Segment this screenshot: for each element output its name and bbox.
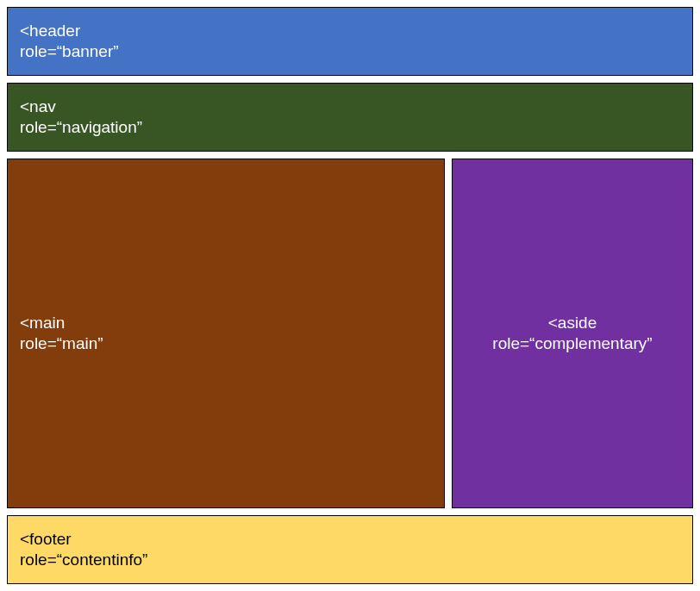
main-role-label: role=“main” <box>20 333 432 354</box>
footer-role-label: role=“contentinfo” <box>20 550 680 570</box>
header-tag-label: <header <box>20 21 680 41</box>
main-tag-label: <main <box>20 313 432 333</box>
landmark-layout-diagram: <header role=“banner” <nav role=“navigat… <box>7 7 693 584</box>
aside-role-label: role=“complementary” <box>492 333 652 354</box>
header-region: <header role=“banner” <box>7 7 693 76</box>
footer-region: <footer role=“contentinfo” <box>7 515 693 584</box>
main-region: <main role=“main” <box>7 159 445 508</box>
nav-role-label: role=“navigation” <box>20 117 680 138</box>
aside-tag-label: <aside <box>548 313 597 333</box>
nav-region: <nav role=“navigation” <box>7 83 693 152</box>
nav-tag-label: <nav <box>20 96 680 117</box>
header-role-label: role=“banner” <box>20 41 680 62</box>
footer-tag-label: <footer <box>20 529 680 550</box>
aside-region: <aside role=“complementary” <box>452 159 693 508</box>
